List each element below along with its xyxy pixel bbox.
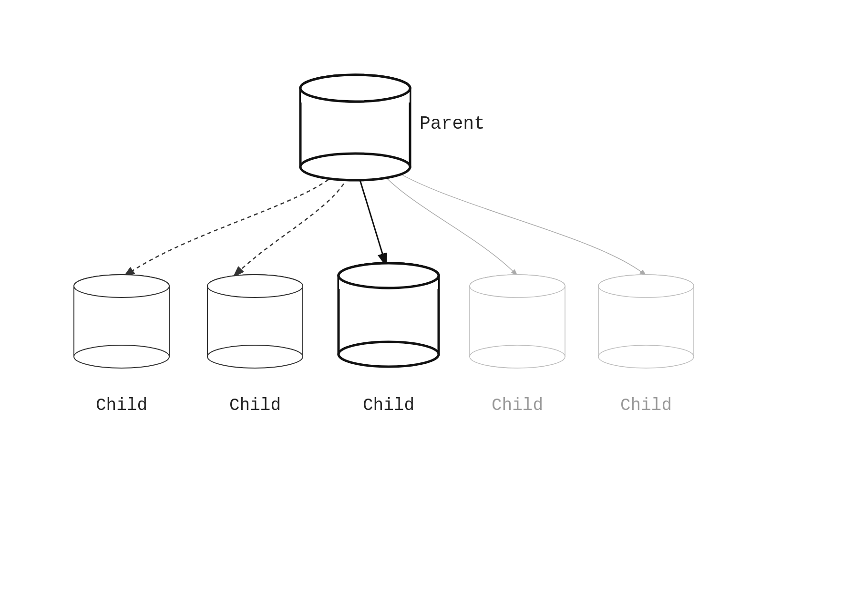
- connector-parent-child5: [381, 162, 646, 276]
- child2-bottom: [207, 345, 303, 368]
- child4-label: Child: [492, 396, 543, 415]
- parent-top-redraw: [300, 75, 410, 102]
- child3-top-redraw: [339, 263, 439, 288]
- child5-label: Child: [620, 396, 672, 415]
- parent-label: Parent: [420, 113, 485, 134]
- connector-parent-child1: [124, 164, 343, 277]
- diagram-canvas: Parent Child Child Child Child: [0, 0, 853, 616]
- connector-parent-child2: [234, 164, 353, 277]
- child2-label: Child: [229, 396, 281, 415]
- child2-top-redraw: [207, 275, 303, 298]
- child5-top-redraw: [598, 275, 694, 298]
- child4-bottom: [470, 345, 565, 368]
- child1-bottom: [74, 345, 169, 368]
- parent-bottom: [300, 154, 410, 180]
- child3-label: Child: [363, 396, 414, 415]
- child5-bottom: [598, 345, 694, 368]
- diagram-svg: Parent Child Child Child Child: [0, 0, 853, 616]
- child1-label: Child: [96, 396, 147, 415]
- connector-parent-child4: [374, 164, 517, 276]
- child3-bottom: [339, 342, 439, 367]
- child1-top-redraw: [74, 275, 169, 298]
- child4-top-redraw: [470, 275, 565, 298]
